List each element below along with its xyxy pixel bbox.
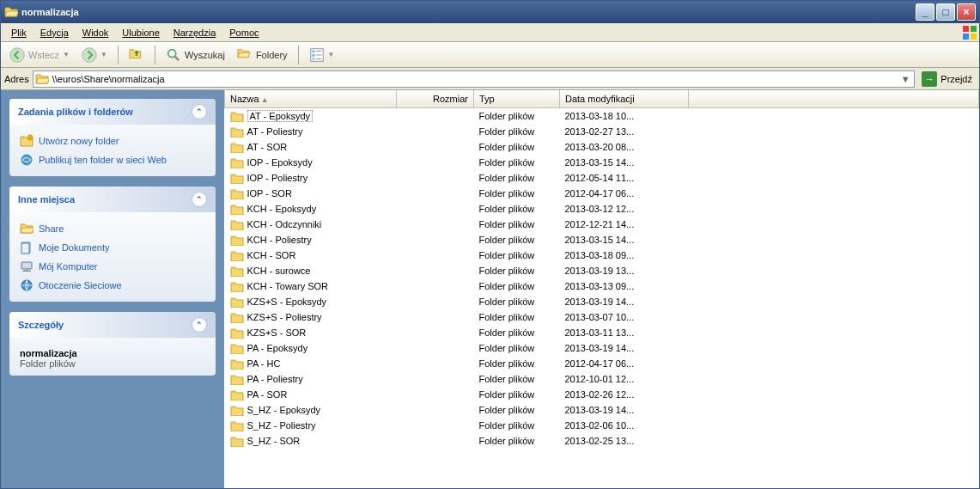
minimize-button[interactable]: _ bbox=[916, 3, 934, 21]
file-row[interactable]: S_HZ - SOR Folder plików 2013-02-25 13..… bbox=[225, 433, 979, 449]
address-dropdown-icon[interactable]: ▼ bbox=[898, 74, 912, 84]
collapse-icon: ⌃ bbox=[192, 192, 207, 207]
file-modified: 2013-03-07 10... bbox=[560, 309, 689, 325]
file-size bbox=[397, 248, 474, 263]
file-modified: 2013-03-19 14... bbox=[560, 340, 689, 356]
column-header-modified[interactable]: Data modyfikacji bbox=[560, 90, 689, 107]
details-header[interactable]: Szczegóły ⌃ bbox=[9, 312, 216, 338]
tasks-header[interactable]: Zadania plików i folderów ⌃ bbox=[9, 99, 216, 125]
tasks-panel: Zadania plików i folderów ⌃ ✦Utwórz nowy… bbox=[9, 99, 216, 176]
folders-button[interactable]: Foldery bbox=[232, 46, 293, 64]
search-icon bbox=[166, 47, 181, 63]
column-header-name[interactable]: Nazwa▲ bbox=[225, 90, 397, 107]
file-name: S_HZ - Poliestry bbox=[247, 420, 316, 431]
file-row[interactable]: IOP - SOR Folder plików 2012-04-17 06... bbox=[225, 186, 979, 201]
file-type: Folder plików bbox=[474, 278, 560, 294]
file-name: S_HZ - Epoksydy bbox=[247, 405, 321, 415]
file-row[interactable]: IOP - Epoksydy Folder plików 2013-03-15 … bbox=[225, 155, 979, 170]
forward-button[interactable]: ▼ bbox=[76, 46, 113, 64]
folder-icon bbox=[230, 388, 244, 400]
file-row[interactable]: IOP - Poliestry Folder plików 2012-05-14… bbox=[225, 170, 979, 186]
task-label: Publikuj ten folder w sieci Web bbox=[39, 155, 167, 165]
file-row[interactable]: AT - Epoksydy Folder plików 2013-03-18 1… bbox=[225, 107, 979, 124]
column-header-size[interactable]: Rozmiar bbox=[397, 90, 474, 107]
folder-icon bbox=[230, 296, 244, 308]
file-row[interactable]: KZS+S - Epoksydy Folder plików 2013-03-1… bbox=[225, 294, 979, 309]
file-name: AT - Epoksydy bbox=[247, 111, 313, 121]
places-header[interactable]: Inne miejsca ⌃ bbox=[9, 186, 216, 212]
file-modified: 2013-02-25 13... bbox=[560, 433, 689, 449]
task-link[interactable]: Publikuj ten folder w sieci Web bbox=[20, 150, 205, 169]
file-row[interactable]: PA - Epoksydy Folder plików 2013-03-19 1… bbox=[225, 340, 979, 356]
share-icon bbox=[20, 222, 33, 235]
file-row[interactable]: KCH - SOR Folder plików 2013-03-18 09... bbox=[225, 248, 979, 263]
file-modified: 2013-03-18 10... bbox=[560, 107, 689, 124]
file-row[interactable]: KCH - Poliestry Folder plików 2013-03-15… bbox=[225, 232, 979, 248]
file-row[interactable]: AT - SOR Folder plików 2013-03-20 08... bbox=[225, 139, 979, 155]
folder-icon bbox=[230, 187, 244, 199]
file-row[interactable]: AT - Poliestry Folder plików 2013-02-27 … bbox=[225, 124, 979, 139]
file-modified: 2012-04-17 06... bbox=[560, 186, 689, 201]
column-header-type[interactable]: Typ bbox=[474, 90, 560, 107]
folder-icon bbox=[230, 234, 244, 246]
file-size bbox=[397, 433, 474, 449]
folders-icon bbox=[237, 47, 253, 63]
file-row[interactable]: PA - Poliestry Folder plików 2012-10-01 … bbox=[225, 371, 979, 387]
file-row[interactable]: S_HZ - Epoksydy Folder plików 2013-03-19… bbox=[225, 402, 979, 418]
file-row[interactable]: KCH - Epoksydy Folder plików 2013-03-12 … bbox=[225, 201, 979, 217]
menu-help[interactable]: Pomoc bbox=[222, 26, 265, 40]
menu-view[interactable]: Widok bbox=[76, 26, 116, 40]
go-arrow-icon: → bbox=[922, 71, 937, 87]
details-folder-type: Folder plików bbox=[20, 358, 205, 369]
place-link[interactable]: Share bbox=[20, 219, 205, 238]
file-type: Folder plików bbox=[474, 387, 560, 402]
sort-asc-icon: ▲ bbox=[261, 95, 269, 104]
folder-icon bbox=[230, 327, 244, 339]
svg-rect-0 bbox=[963, 26, 969, 32]
file-modified: 2013-03-19 14... bbox=[560, 402, 689, 418]
file-size bbox=[397, 139, 474, 155]
place-link[interactable]: Mój Komputer bbox=[20, 257, 205, 276]
file-row[interactable]: KCH - Towary SOR Folder plików 2013-03-1… bbox=[225, 278, 979, 294]
file-row[interactable]: PA - SOR Folder plików 2013-02-26 12... bbox=[225, 387, 979, 402]
file-name: KCH - Poliestry bbox=[247, 235, 312, 245]
file-row[interactable]: KCH - surowce Folder plików 2013-03-19 1… bbox=[225, 263, 979, 278]
place-link[interactable]: Otoczenie Sieciowe bbox=[20, 276, 205, 295]
close-button[interactable]: × bbox=[957, 3, 976, 21]
up-button[interactable] bbox=[124, 46, 149, 64]
address-input[interactable]: \\euros\Share\normalizacja ▼ bbox=[33, 70, 916, 88]
forward-icon bbox=[82, 47, 97, 63]
file-name: KCH - SOR bbox=[247, 250, 296, 260]
menu-favorites[interactable]: Ulubione bbox=[115, 26, 166, 40]
menu-edit[interactable]: Edycja bbox=[33, 26, 76, 40]
file-type: Folder plików bbox=[474, 263, 560, 278]
back-button[interactable]: Wstecz ▼ bbox=[4, 46, 75, 64]
places-title: Inne miejsca bbox=[18, 194, 75, 205]
file-name: KZS+S - Epoksydy bbox=[247, 296, 327, 307]
file-row[interactable]: KZS+S - SOR Folder plików 2013-03-11 13.… bbox=[225, 325, 979, 340]
file-row[interactable]: KCH - Odczynniki Folder plików 2012-12-2… bbox=[225, 217, 979, 232]
search-button[interactable]: Wyszukaj bbox=[161, 46, 230, 64]
file-row[interactable]: KZS+S - Poliestry Folder plików 2013-03-… bbox=[225, 309, 979, 325]
place-link[interactable]: Moje Dokumenty bbox=[20, 238, 205, 257]
views-button[interactable]: ▼ bbox=[304, 46, 340, 64]
file-row[interactable]: S_HZ - Poliestry Folder plików 2013-02-0… bbox=[225, 418, 979, 433]
file-type: Folder plików bbox=[474, 107, 560, 124]
menu-file[interactable]: Plik bbox=[4, 26, 33, 40]
file-name: PA - HC bbox=[247, 358, 281, 369]
folder-icon bbox=[230, 110, 244, 122]
file-modified: 2012-05-14 11... bbox=[560, 170, 689, 186]
file-type: Folder plików bbox=[474, 186, 560, 201]
menu-tools[interactable]: Narzędzia bbox=[167, 26, 223, 40]
collapse-icon: ⌃ bbox=[192, 104, 207, 119]
folder-icon bbox=[230, 125, 244, 138]
task-link[interactable]: ✦Utwórz nowy folder bbox=[20, 131, 205, 150]
file-name: IOP - SOR bbox=[247, 188, 292, 199]
chevron-down-icon: ▼ bbox=[328, 51, 335, 58]
place-label: Mój Komputer bbox=[39, 261, 97, 272]
maximize-button[interactable]: □ bbox=[936, 3, 955, 21]
svg-rect-1 bbox=[971, 26, 977, 32]
file-row[interactable]: PA - HC Folder plików 2012-04-17 06... bbox=[225, 356, 979, 371]
go-button[interactable]: → Przejdź bbox=[918, 71, 976, 87]
file-name: PA - SOR bbox=[247, 389, 288, 400]
